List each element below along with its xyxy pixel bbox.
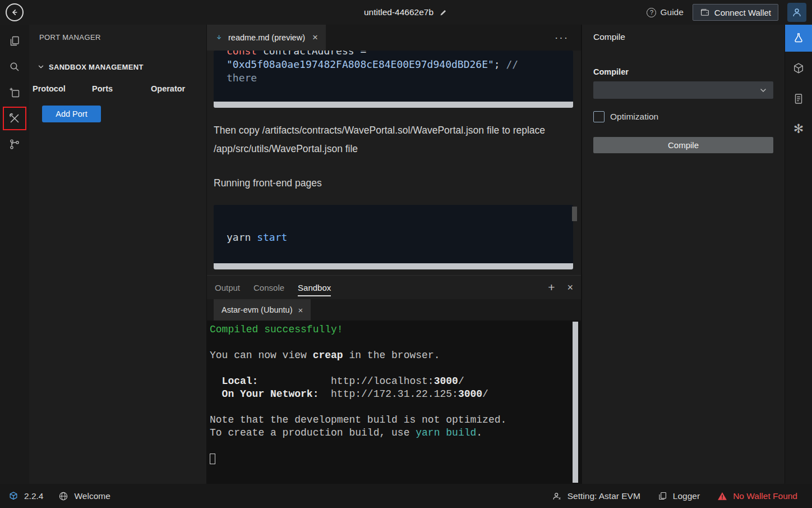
- compile-panel-title: Compile: [582, 25, 785, 49]
- paragraph-running-frontend: Running front-end pages: [214, 174, 558, 193]
- guide-label: Guide: [660, 7, 683, 17]
- terminal[interactable]: Compiled successfully! You can now view …: [207, 321, 581, 484]
- panel-tabbar: Output Console Sandbox + ×: [207, 276, 581, 299]
- terminal-line: Note that the development build is not o…: [210, 414, 581, 427]
- terminal-line: You can now view creap in the browser.: [210, 349, 581, 362]
- logger-icon: [657, 491, 668, 501]
- right-item-compile[interactable]: [785, 25, 812, 52]
- compile-button[interactable]: Compile: [593, 137, 773, 153]
- edit-icon[interactable]: [439, 8, 448, 17]
- close-session-icon[interactable]: ×: [298, 305, 303, 315]
- close-panel-icon[interactable]: ×: [567, 282, 573, 294]
- session-tab-astar-evm[interactable]: Astar-evm (Ubuntu) ×: [214, 299, 311, 321]
- code-block-yarn-start: yarn start: [214, 205, 573, 269]
- project-title-wrap: untitled-44662e7b: [364, 0, 448, 25]
- port-table-header: Protocol Ports Operator: [29, 84, 206, 93]
- code-block-content: const contractAddress ="0xd5f08a0ae19748…: [214, 51, 573, 102]
- avatar[interactable]: [787, 3, 806, 22]
- panel-tab-output[interactable]: Output: [215, 276, 240, 299]
- horizontal-scrollbar[interactable]: [214, 102, 573, 108]
- avatar-person-icon: [791, 6, 803, 19]
- code-line: const contractAddress =: [227, 51, 573, 58]
- panel-actions: + ×: [548, 276, 573, 299]
- activity-bar: [0, 25, 29, 484]
- guide-button[interactable]: ? Guide: [647, 7, 683, 17]
- terminal-line: [210, 336, 581, 349]
- compiler-select[interactable]: [593, 81, 773, 99]
- wallet-icon: [700, 7, 710, 17]
- optimization-row: Optimization: [593, 111, 773, 122]
- terminal-cursor-line: [210, 452, 581, 465]
- globe-icon: [58, 491, 69, 502]
- editor-area: readme.md (preview) × ··· const contract…: [206, 25, 582, 484]
- no-wallet-item[interactable]: No Wallet Found: [717, 491, 797, 502]
- activity-item-git[interactable]: [0, 131, 29, 157]
- terminal-scrollbar[interactable]: [573, 322, 578, 483]
- terminal-line: [210, 401, 581, 414]
- tab-readme-preview[interactable]: readme.md (preview) ×: [207, 25, 326, 51]
- port-manager-sidebar: PORT MANAGER SANDBOX MANAGEMENT Protocol…: [29, 25, 206, 484]
- chevron-down-icon: [759, 86, 768, 95]
- app-window: untitled-44662e7b ? Guide: [0, 0, 812, 508]
- panel-tab-console[interactable]: Console: [253, 276, 284, 299]
- activity-item-files[interactable]: [0, 28, 29, 54]
- statusbar-left: 2.2.4 Welcome: [8, 491, 110, 502]
- new-terminal-icon[interactable]: +: [548, 281, 555, 294]
- setting-item[interactable]: Setting: Astar EVM: [551, 491, 640, 502]
- compile-panel-body: Compiler Optimization Compile: [582, 49, 785, 153]
- activity-item-tools[interactable]: [0, 106, 29, 131]
- code-line: there: [227, 71, 573, 85]
- optimization-checkbox[interactable]: [593, 111, 605, 122]
- column-operator: Operator: [151, 84, 185, 93]
- column-ports: Ports: [92, 84, 151, 93]
- terminal-line: Local: http://localhost:3000/: [210, 375, 581, 388]
- terminal-line: To create a production build, use yarn b…: [210, 427, 581, 440]
- right-activity-bar: ✻: [785, 25, 812, 484]
- horizontal-scrollbar[interactable]: [214, 263, 573, 269]
- help-icon: ?: [647, 8, 656, 17]
- version-item[interactable]: 2.2.4: [8, 491, 43, 502]
- sidebar-title: PORT MANAGER: [29, 25, 206, 49]
- code-block-content: yarn start: [214, 205, 573, 263]
- setting-label: Setting: Astar EVM: [568, 491, 640, 501]
- paragraph-copy-instructions: Then copy /artifacts/contracts/WavePorta…: [214, 121, 558, 158]
- section-sandbox-management[interactable]: SANDBOX MANAGEMENT: [29, 58, 206, 75]
- compile-icon: [792, 31, 805, 45]
- terminal-line: On Your Network: http://172.31.22.125:30…: [210, 388, 581, 401]
- connect-wallet-label: Connect Wallet: [714, 8, 771, 17]
- git-branch-icon: [8, 138, 21, 151]
- welcome-item[interactable]: Welcome: [58, 491, 110, 502]
- welcome-label: Welcome: [74, 491, 110, 501]
- files-icon: [8, 34, 21, 48]
- terminal-output: Compiled successfully! You can now view …: [210, 323, 581, 452]
- topbar: untitled-44662e7b ? Guide: [0, 0, 812, 25]
- add-port-button[interactable]: Add Port: [42, 106, 101, 122]
- contract-icon: [792, 92, 805, 106]
- right-item-contract[interactable]: [785, 85, 812, 112]
- terminal-line: Compiled successfully!: [210, 323, 581, 336]
- column-protocol: Protocol: [33, 84, 92, 93]
- activity-item-plugin[interactable]: [0, 80, 29, 106]
- vertical-scrollbar-thumb[interactable]: [572, 207, 577, 221]
- optimization-label: Optimization: [610, 112, 658, 122]
- logger-item[interactable]: Logger: [657, 491, 700, 501]
- back-button[interactable]: [6, 3, 24, 21]
- statusbar-right: Setting: Astar EVM Logger: [551, 491, 797, 502]
- statusbar: 2.2.4 Welcome: [0, 484, 812, 508]
- right-item-ai-assistant[interactable]: ✻: [785, 116, 812, 143]
- cube-icon: [8, 491, 19, 502]
- terminal-cursor: [210, 454, 215, 464]
- section-label: SANDBOX MANAGEMENT: [49, 63, 144, 71]
- no-wallet-label: No Wallet Found: [733, 491, 797, 501]
- connect-wallet-button[interactable]: Connect Wallet: [693, 4, 778, 21]
- activity-item-search[interactable]: [0, 54, 29, 80]
- annotation-highlight-box: [3, 107, 26, 130]
- more-actions-button[interactable]: ···: [555, 25, 569, 51]
- panel-tab-sandbox[interactable]: Sandbox: [298, 276, 331, 299]
- close-icon[interactable]: ×: [312, 32, 318, 43]
- ai-assistant-icon: ✻: [793, 123, 804, 135]
- right-item-deploy[interactable]: [785, 55, 812, 82]
- chevron-down-icon: [37, 63, 45, 71]
- terminal-line: [210, 362, 581, 375]
- compiler-label: Compiler: [593, 67, 773, 76]
